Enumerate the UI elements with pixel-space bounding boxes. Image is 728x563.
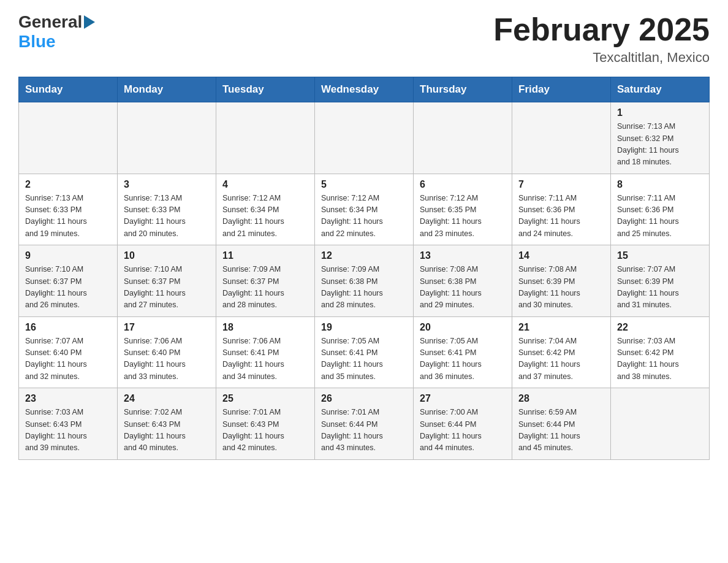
- day-number: 26: [321, 393, 407, 404]
- day-number: 13: [420, 250, 506, 261]
- day-number: 5: [321, 179, 407, 190]
- day-number: 2: [25, 179, 111, 190]
- calendar-cell: 1Sunrise: 7:13 AM Sunset: 6:32 PM Daylig…: [611, 102, 710, 174]
- calendar-cell: 24Sunrise: 7:02 AM Sunset: 6:43 PM Dayli…: [118, 388, 216, 460]
- day-number: 6: [420, 179, 506, 190]
- day-info: Sunrise: 7:08 AM Sunset: 6:38 PM Dayligh…: [420, 264, 506, 312]
- day-number: 1: [617, 107, 703, 118]
- day-number: 8: [617, 179, 703, 190]
- day-info: Sunrise: 7:04 AM Sunset: 6:42 PM Dayligh…: [518, 335, 604, 383]
- title-section: February 2025 Texcaltitlan, Mexico: [493, 12, 710, 66]
- day-info: Sunrise: 7:09 AM Sunset: 6:37 PM Dayligh…: [222, 264, 308, 312]
- calendar-cell: 28Sunrise: 6:59 AM Sunset: 6:44 PM Dayli…: [512, 388, 611, 460]
- day-number: 21: [518, 322, 604, 333]
- col-header-monday: Monday: [118, 77, 216, 102]
- day-info: Sunrise: 7:07 AM Sunset: 6:39 PM Dayligh…: [617, 264, 703, 312]
- calendar-cell: 13Sunrise: 7:08 AM Sunset: 6:38 PM Dayli…: [414, 245, 512, 317]
- day-info: Sunrise: 7:05 AM Sunset: 6:41 PM Dayligh…: [321, 335, 407, 383]
- col-header-saturday: Saturday: [611, 77, 710, 102]
- calendar-cell: 11Sunrise: 7:09 AM Sunset: 6:37 PM Dayli…: [216, 245, 315, 317]
- col-header-tuesday: Tuesday: [216, 77, 315, 102]
- calendar-cell: 12Sunrise: 7:09 AM Sunset: 6:38 PM Dayli…: [315, 245, 414, 317]
- col-header-friday: Friday: [512, 77, 611, 102]
- day-number: 22: [617, 322, 703, 333]
- calendar-cell: 22Sunrise: 7:03 AM Sunset: 6:42 PM Dayli…: [611, 316, 710, 388]
- day-number: 17: [124, 322, 210, 333]
- day-info: Sunrise: 7:07 AM Sunset: 6:40 PM Dayligh…: [25, 335, 111, 383]
- day-number: 9: [25, 250, 111, 261]
- day-info: Sunrise: 7:03 AM Sunset: 6:43 PM Dayligh…: [25, 407, 111, 454]
- calendar-cell: [216, 102, 315, 174]
- calendar-cell: [512, 102, 611, 174]
- col-header-thursday: Thursday: [414, 77, 512, 102]
- day-info: Sunrise: 7:11 AM Sunset: 6:36 PM Dayligh…: [617, 193, 703, 240]
- calendar-cell: [414, 102, 512, 174]
- day-info: Sunrise: 7:12 AM Sunset: 6:34 PM Dayligh…: [222, 193, 308, 240]
- calendar-cell: 14Sunrise: 7:08 AM Sunset: 6:39 PM Dayli…: [512, 245, 611, 317]
- col-header-wednesday: Wednesday: [315, 77, 414, 102]
- calendar-cell: 8Sunrise: 7:11 AM Sunset: 6:36 PM Daylig…: [611, 174, 710, 245]
- calendar-cell: 6Sunrise: 7:12 AM Sunset: 6:35 PM Daylig…: [414, 174, 512, 245]
- day-number: 16: [25, 322, 111, 333]
- day-number: 12: [321, 250, 407, 261]
- location-text: Texcaltitlan, Mexico: [493, 50, 710, 66]
- calendar-cell: 17Sunrise: 7:06 AM Sunset: 6:40 PM Dayli…: [118, 316, 216, 388]
- day-info: Sunrise: 7:01 AM Sunset: 6:44 PM Dayligh…: [321, 407, 407, 454]
- day-number: 4: [222, 179, 308, 190]
- logo-general-text: General: [18, 12, 82, 32]
- day-info: Sunrise: 7:10 AM Sunset: 6:37 PM Dayligh…: [124, 264, 210, 312]
- day-info: Sunrise: 7:06 AM Sunset: 6:40 PM Dayligh…: [124, 335, 210, 383]
- calendar-cell: 2Sunrise: 7:13 AM Sunset: 6:33 PM Daylig…: [19, 174, 118, 245]
- calendar-cell: 15Sunrise: 7:07 AM Sunset: 6:39 PM Dayli…: [611, 245, 710, 317]
- col-header-sunday: Sunday: [19, 77, 118, 102]
- day-info: Sunrise: 7:08 AM Sunset: 6:39 PM Dayligh…: [518, 264, 604, 312]
- day-info: Sunrise: 7:01 AM Sunset: 6:43 PM Dayligh…: [222, 407, 308, 454]
- calendar-cell: 9Sunrise: 7:10 AM Sunset: 6:37 PM Daylig…: [19, 245, 118, 317]
- day-info: Sunrise: 7:00 AM Sunset: 6:44 PM Dayligh…: [420, 407, 506, 454]
- day-info: Sunrise: 7:12 AM Sunset: 6:34 PM Dayligh…: [321, 193, 407, 240]
- day-number: 11: [222, 250, 308, 261]
- day-info: Sunrise: 7:11 AM Sunset: 6:36 PM Dayligh…: [518, 193, 604, 240]
- day-number: 20: [420, 322, 506, 333]
- calendar-week-row: 23Sunrise: 7:03 AM Sunset: 6:43 PM Dayli…: [19, 388, 710, 460]
- calendar-cell: 7Sunrise: 7:11 AM Sunset: 6:36 PM Daylig…: [512, 174, 611, 245]
- calendar-cell: [118, 102, 216, 174]
- day-number: 18: [222, 322, 308, 333]
- calendar-week-row: 1Sunrise: 7:13 AM Sunset: 6:32 PM Daylig…: [19, 102, 710, 174]
- day-info: Sunrise: 7:12 AM Sunset: 6:35 PM Dayligh…: [420, 193, 506, 240]
- calendar-cell: 4Sunrise: 7:12 AM Sunset: 6:34 PM Daylig…: [216, 174, 315, 245]
- logo-arrow-icon: [84, 15, 95, 29]
- day-info: Sunrise: 7:03 AM Sunset: 6:42 PM Dayligh…: [617, 335, 703, 383]
- day-info: Sunrise: 7:13 AM Sunset: 6:33 PM Dayligh…: [25, 193, 111, 240]
- calendar-cell: 16Sunrise: 7:07 AM Sunset: 6:40 PM Dayli…: [19, 316, 118, 388]
- day-number: 24: [124, 393, 210, 404]
- day-info: Sunrise: 7:02 AM Sunset: 6:43 PM Dayligh…: [124, 407, 210, 454]
- logo-blue-text: Blue: [18, 32, 56, 52]
- day-info: Sunrise: 7:05 AM Sunset: 6:41 PM Dayligh…: [420, 335, 506, 383]
- page-header: General Blue February 2025 Texcaltitlan,…: [18, 12, 710, 66]
- logo: General Blue: [18, 12, 95, 52]
- calendar-cell: 3Sunrise: 7:13 AM Sunset: 6:33 PM Daylig…: [118, 174, 216, 245]
- calendar-week-row: 2Sunrise: 7:13 AM Sunset: 6:33 PM Daylig…: [19, 174, 710, 245]
- day-info: Sunrise: 7:09 AM Sunset: 6:38 PM Dayligh…: [321, 264, 407, 312]
- calendar-cell: 10Sunrise: 7:10 AM Sunset: 6:37 PM Dayli…: [118, 245, 216, 317]
- calendar-table: SundayMondayTuesdayWednesdayThursdayFrid…: [18, 77, 710, 460]
- day-number: 28: [518, 393, 604, 404]
- calendar-cell: 26Sunrise: 7:01 AM Sunset: 6:44 PM Dayli…: [315, 388, 414, 460]
- calendar-cell: 27Sunrise: 7:00 AM Sunset: 6:44 PM Dayli…: [414, 388, 512, 460]
- day-info: Sunrise: 7:13 AM Sunset: 6:32 PM Dayligh…: [617, 121, 703, 169]
- calendar-cell: 25Sunrise: 7:01 AM Sunset: 6:43 PM Dayli…: [216, 388, 315, 460]
- calendar-header-row: SundayMondayTuesdayWednesdayThursdayFrid…: [19, 77, 710, 102]
- calendar-cell: 19Sunrise: 7:05 AM Sunset: 6:41 PM Dayli…: [315, 316, 414, 388]
- calendar-cell: [315, 102, 414, 174]
- day-number: 25: [222, 393, 308, 404]
- month-title: February 2025: [493, 12, 710, 47]
- calendar-cell: 5Sunrise: 7:12 AM Sunset: 6:34 PM Daylig…: [315, 174, 414, 245]
- day-info: Sunrise: 6:59 AM Sunset: 6:44 PM Dayligh…: [518, 407, 604, 454]
- day-number: 10: [124, 250, 210, 261]
- day-number: 14: [518, 250, 604, 261]
- calendar-cell: [19, 102, 118, 174]
- day-number: 15: [617, 250, 703, 261]
- calendar-cell: 21Sunrise: 7:04 AM Sunset: 6:42 PM Dayli…: [512, 316, 611, 388]
- calendar-cell: 18Sunrise: 7:06 AM Sunset: 6:41 PM Dayli…: [216, 316, 315, 388]
